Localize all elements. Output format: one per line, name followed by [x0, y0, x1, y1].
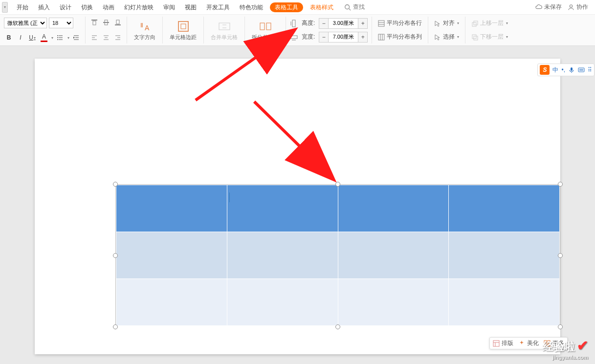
menu-bar: ▾ 开始 插入 设计 切换 动画 幻灯片放映 审阅 视图 开发工具 特色功能 表… — [0, 0, 595, 15]
table-row[interactable] — [116, 185, 560, 232]
svg-rect-14 — [93, 21, 96, 25]
collab-button[interactable]: 协作 — [568, 3, 588, 11]
align-top-button[interactable] — [89, 18, 99, 27]
menu-review[interactable]: 审阅 — [158, 0, 180, 15]
menu-transition[interactable]: 切换 — [76, 0, 98, 15]
align-left-button[interactable] — [89, 33, 99, 43]
svg-rect-31 — [181, 24, 186, 29]
align-left-icon — [91, 34, 98, 41]
move-down-label: 下移一层 — [480, 33, 504, 41]
handle-tl[interactable] — [113, 182, 118, 187]
menu-slideshow[interactable]: 幻灯片放映 — [119, 0, 158, 15]
handle-tm[interactable] — [335, 182, 340, 187]
split-label: 拆分单元格 — [252, 34, 279, 41]
menu-insert[interactable]: 插入 — [33, 0, 55, 15]
ime-keyboard-icon[interactable] — [578, 66, 585, 73]
table-row[interactable] — [116, 232, 560, 279]
select-button[interactable]: 选择▾ — [432, 32, 461, 43]
svg-point-6 — [57, 35, 58, 36]
dist-rows-button[interactable]: 平均分布各行 — [376, 18, 424, 29]
merge-group: 合并单元格 — [204, 17, 245, 43]
width-dec[interactable]: − — [319, 32, 328, 42]
menu-search[interactable]: 查找 — [344, 3, 365, 11]
svg-rect-56 — [571, 67, 573, 71]
float-beautify-label: 美化 — [527, 339, 539, 347]
svg-marker-48 — [435, 35, 440, 40]
ime-lang[interactable]: 中 — [552, 66, 558, 74]
menu-feature[interactable]: 特色功能 — [235, 0, 268, 15]
align-bot-button[interactable] — [113, 18, 123, 27]
handle-mr[interactable] — [558, 253, 563, 258]
handle-ml[interactable] — [113, 253, 118, 258]
menu-animation[interactable]: 动画 — [98, 0, 119, 15]
height-spinner[interactable]: − + — [319, 18, 368, 29]
menu-design[interactable]: 设计 — [55, 0, 76, 15]
menu-dev[interactable]: 开发工具 — [201, 0, 235, 15]
ime-mic-icon[interactable] — [568, 66, 575, 73]
height-inc[interactable]: + — [358, 19, 367, 28]
svg-rect-13 — [91, 20, 97, 21]
cell-margin-label: 单元格边距 — [170, 34, 197, 41]
font-color-dropdown[interactable]: ▾ — [51, 36, 53, 40]
handle-bm[interactable] — [335, 324, 340, 329]
height-input[interactable] — [328, 19, 358, 28]
move-up-button: 上移一层▾ — [469, 18, 510, 29]
unsaved-indicator[interactable]: 未保存 — [535, 3, 562, 11]
height-label: 高度: — [302, 19, 315, 27]
underline-button[interactable]: U▾ — [27, 33, 37, 43]
width-inc[interactable]: + — [358, 32, 367, 42]
align-bot-icon — [114, 19, 121, 26]
svg-point-7 — [57, 37, 58, 38]
menu-table-style[interactable]: 表格样式 — [305, 0, 338, 15]
svg-text:Ⅱ: Ⅱ — [140, 22, 143, 29]
ime-logo-icon: S — [540, 65, 550, 75]
font-color-button[interactable]: A — [39, 33, 49, 43]
float-layout-button[interactable]: 排版 — [493, 339, 513, 347]
font-name-select[interactable]: 微软雅黑 (正文) — [4, 18, 47, 28]
canvas-area[interactable] — [0, 46, 595, 364]
merge-label: 合并单元格 — [211, 34, 238, 41]
align-mid-button[interactable] — [101, 18, 111, 27]
select-label: 选择 — [443, 33, 455, 41]
handle-br[interactable] — [558, 324, 563, 329]
handle-tr[interactable] — [558, 182, 563, 187]
width-input[interactable] — [328, 32, 358, 42]
indent-button[interactable] — [71, 33, 81, 43]
svg-rect-37 — [292, 20, 295, 27]
dist-cols-button[interactable]: 平均分布各列 — [376, 32, 424, 43]
float-beautify-button[interactable]: 美化 — [518, 339, 539, 347]
bold-button[interactable]: B — [4, 33, 14, 43]
ppt-table[interactable] — [116, 185, 560, 326]
svg-rect-36 — [266, 23, 271, 30]
font-size-select[interactable]: 18 — [49, 18, 73, 28]
slide[interactable] — [35, 59, 560, 354]
table-row[interactable] — [116, 279, 560, 326]
app-menu-handle[interactable]: ▾ — [2, 2, 8, 13]
dimension-group: 高度: − + 宽度: − + — [286, 17, 372, 43]
height-dec[interactable]: − — [319, 19, 328, 28]
split-cells-button[interactable]: 拆分单元格 — [249, 19, 282, 42]
width-spinner[interactable]: − + — [319, 32, 368, 43]
cell-margin-button[interactable]: 单元格边距 — [167, 19, 199, 42]
ribbon: 微软雅黑 (正文) 18 B I U▾ A ▾ ▾ — [0, 15, 595, 46]
ime-bar[interactable]: S 中 •, ⠿ — [537, 64, 595, 76]
menu-view[interactable]: 视图 — [180, 0, 201, 15]
list-icon — [57, 34, 64, 41]
align-center-button[interactable] — [101, 33, 111, 43]
handle-bl[interactable] — [113, 324, 118, 329]
italic-button[interactable]: I — [16, 33, 25, 43]
ime-more-icon[interactable]: ⠿ — [588, 66, 592, 73]
layout-icon — [493, 340, 500, 347]
indent-icon — [73, 34, 80, 41]
align-right-button[interactable] — [113, 33, 123, 43]
svg-rect-57 — [578, 68, 584, 72]
svg-rect-41 — [378, 21, 384, 26]
text-direction-button[interactable]: ⅡA 文字方向 — [131, 19, 158, 42]
watermark: 经验啦✔ jingyanla.com — [543, 338, 588, 360]
menu-start[interactable]: 开始 — [12, 0, 33, 15]
menu-table-tools[interactable]: 表格工具 — [270, 2, 303, 12]
align-button[interactable]: 对齐▾ — [432, 18, 461, 29]
ime-punct-icon[interactable]: •, — [561, 66, 565, 73]
list-button[interactable] — [55, 33, 65, 43]
list-dropdown[interactable]: ▾ — [67, 36, 69, 40]
